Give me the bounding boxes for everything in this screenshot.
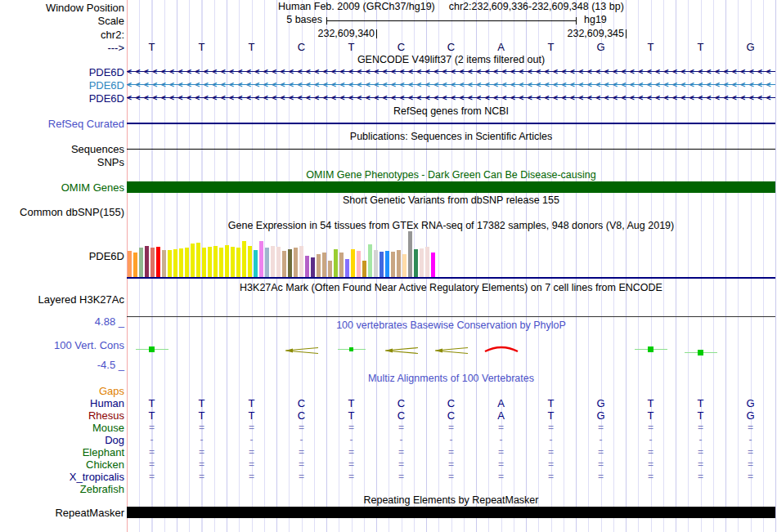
gtex-tissue-bar[interactable]	[322, 253, 326, 277]
common-dbsnp-label[interactable]: Common dbSNP(155)	[0, 206, 124, 218]
gtex-tissue-bar[interactable]	[219, 248, 223, 277]
gtex-tissue-bar[interactable]	[368, 244, 372, 277]
gtex-tissue-bar[interactable]	[231, 247, 235, 277]
gtex-tissue-bar[interactable]	[414, 249, 418, 277]
gtex-tissue-bar[interactable]	[385, 251, 389, 277]
sequence-base: C	[276, 41, 326, 53]
gtex-tissue-bar[interactable]	[202, 248, 206, 277]
gtex-tissue-bar[interactable]	[334, 249, 338, 277]
gtex-tissue-bar[interactable]	[357, 251, 361, 277]
multiz-species-label[interactable]: Dog	[0, 434, 124, 446]
gtex-tissue-bar[interactable]	[185, 248, 189, 277]
refseq-gene-bar[interactable]	[127, 123, 775, 124]
multiz-species-label[interactable]: Elephant	[0, 446, 124, 458]
phylop-positive-mark[interactable]	[338, 346, 366, 353]
ruler-tick-value: 232,609,345	[567, 29, 624, 39]
gtex-tissue-bar[interactable]	[248, 246, 252, 277]
gtex-tissue-bar[interactable]	[339, 253, 344, 277]
gtex-tissue-bar[interactable]	[391, 252, 395, 277]
gtex-tissue-bar[interactable]	[208, 247, 212, 277]
gtex-tissue-bar[interactable]	[380, 252, 384, 277]
gtex-tissue-bar[interactable]	[425, 247, 429, 277]
sequence-base: G	[725, 41, 775, 53]
alignment-symbol: =	[576, 446, 626, 458]
repeatmasker-label[interactable]: RepeatMasker	[0, 507, 124, 519]
omim-gene-bar[interactable]	[127, 181, 775, 193]
gtex-tissue-bar[interactable]	[328, 261, 332, 277]
gencode-transcript-row[interactable]: <<<<<<<<<<<<<<<<<<<<<<<<<<<<<<<<<<<<<<<<…	[127, 79, 775, 90]
chromosome-label: chr2:	[0, 29, 124, 41]
gtex-tissue-bar[interactable]	[196, 243, 200, 277]
gtex-tissue-bar[interactable]	[236, 248, 240, 277]
layered-h3k27ac-label[interactable]: Layered H3K27Ac	[0, 293, 124, 306]
gtex-tissue-bar[interactable]	[305, 256, 309, 277]
gtex-tissue-bar[interactable]	[139, 248, 143, 277]
gencode-item-label[interactable]: PDE6D	[0, 92, 124, 105]
gencode-transcript-row[interactable]: <<<<<<<<<<<<<<<<<<<<<<<<<<<<<<<<<<<<<<<<…	[127, 92, 775, 103]
phylop-positive-mark[interactable]	[685, 349, 717, 356]
alignment-symbol: =	[725, 446, 775, 458]
phylop-positive-mark[interactable]	[136, 346, 168, 353]
phylop-peak-mark[interactable]	[482, 342, 521, 354]
gtex-gene-label[interactable]: PDE6D	[0, 250, 124, 262]
multiz-species-label[interactable]: Rhesus	[0, 409, 124, 422]
gtex-tissue-bar[interactable]	[374, 250, 378, 277]
multiz-species-label[interactable]: Gaps	[0, 385, 124, 397]
gtex-tissue-bar[interactable]	[288, 249, 292, 277]
gtex-tissue-bar[interactable]	[259, 241, 263, 277]
gtex-tissue-bar[interactable]	[351, 249, 355, 277]
gtex-tissue-bar[interactable]	[191, 244, 195, 277]
refseq-curated-label[interactable]: RefSeq Curated	[0, 118, 124, 130]
phylop-negative-mark[interactable]	[433, 344, 469, 354]
multiz-species-label[interactable]: Mouse	[0, 422, 124, 434]
alignment-symbol: =	[326, 422, 376, 434]
gencode-transcript-row[interactable]: <<<<<<<<<<<<<<<<<<<<<<<<<<<<<<<<<<<<<<<<…	[127, 66, 775, 77]
gtex-tissue-bar[interactable]	[242, 241, 246, 277]
gtex-tissue-bar[interactable]	[225, 245, 229, 277]
gtex-tissue-bar[interactable]	[408, 231, 412, 277]
scale-bar	[326, 20, 577, 21]
gtex-tissue-bar[interactable]	[431, 253, 435, 277]
gtex-tissue-bar[interactable]	[213, 246, 218, 277]
gencode-item-label[interactable]: PDE6D	[0, 79, 124, 92]
snps-label[interactable]: SNPs	[0, 156, 124, 168]
alignment-base: T	[177, 397, 227, 409]
gtex-tissue-bar[interactable]	[420, 248, 424, 277]
gtex-tissue-bar[interactable]	[397, 250, 401, 277]
gtex-tissue-bar[interactable]	[145, 246, 149, 277]
multiz-species-label[interactable]: Chicken	[0, 458, 124, 471]
phylop-negative-mark[interactable]	[384, 344, 420, 354]
gtex-tissue-bar[interactable]	[345, 259, 349, 277]
gtex-tissue-bar[interactable]	[294, 248, 298, 277]
phylop-track-label[interactable]: 100 Vert. Cons	[0, 339, 124, 351]
gtex-tissue-bar[interactable]	[317, 254, 321, 277]
repeatmasker-element-bar[interactable]	[127, 507, 775, 518]
omim-genes-label[interactable]: OMIM Genes	[0, 181, 124, 194]
gtex-tissue-bar[interactable]	[402, 254, 406, 277]
gtex-tissue-bar[interactable]	[282, 251, 286, 277]
multiz-species-label[interactable]: X_tropicalis	[0, 471, 124, 483]
gtex-tissue-bar[interactable]	[133, 253, 137, 277]
gtex-tissue-bar[interactable]	[168, 250, 172, 277]
publications-sequence-bar[interactable]	[127, 149, 775, 150]
gtex-tissue-bar[interactable]	[162, 250, 166, 277]
gtex-tissue-bar[interactable]	[179, 248, 183, 277]
multiz-species-label[interactable]: Zebrafish	[0, 483, 124, 495]
gtex-tissue-bar[interactable]	[173, 249, 177, 277]
phylop-positive-mark[interactable]	[635, 346, 667, 353]
phylop-mark-square	[648, 346, 653, 352]
gtex-tissue-bar[interactable]	[156, 247, 160, 277]
gtex-tissue-bar[interactable]	[276, 247, 281, 277]
gtex-tissue-bar[interactable]	[271, 246, 275, 277]
gtex-tissue-bar[interactable]	[299, 246, 303, 277]
gtex-tissue-bar[interactable]	[254, 250, 258, 277]
gtex-tissue-bar[interactable]	[265, 248, 269, 277]
gtex-tissue-bar[interactable]	[150, 248, 155, 277]
gtex-tissue-bar[interactable]	[311, 257, 315, 277]
phylop-negative-mark[interactable]	[284, 344, 320, 354]
multiz-species-label[interactable]: Human	[0, 397, 124, 409]
gtex-tissue-bar[interactable]	[362, 261, 366, 277]
gtex-tissue-bar[interactable]	[128, 251, 132, 277]
sequences-label[interactable]: Sequences	[0, 143, 124, 155]
gencode-item-label[interactable]: PDE6D	[0, 66, 124, 78]
